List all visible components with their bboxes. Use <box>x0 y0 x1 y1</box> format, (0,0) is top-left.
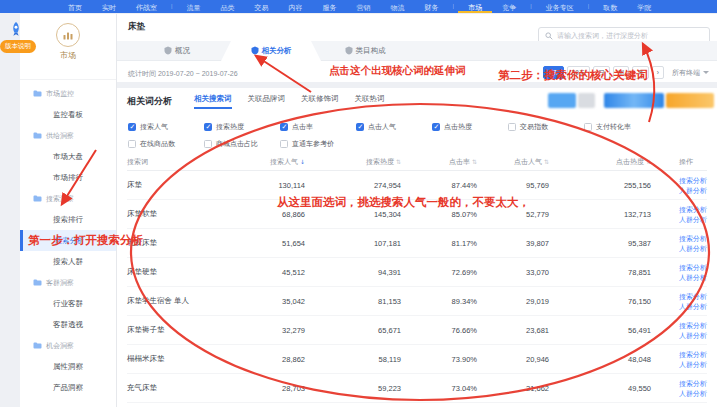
action-link-0[interactable]: 搜索分析 <box>679 205 707 214</box>
tab-相关分析[interactable]: 相关分析 <box>221 41 321 61</box>
nav-item-5[interactable]: 品类 <box>211 0 245 13</box>
sidebar-item-10[interactable]: 行业客群 <box>20 293 116 314</box>
sidebar-item-3[interactable]: 市场大盘 <box>20 146 116 167</box>
card-tab-3[interactable]: 关联热词 <box>355 94 385 109</box>
nav-item-10[interactable]: 物流 <box>381 0 415 13</box>
checkbox-checked-icon[interactable] <box>204 123 212 131</box>
date-button-0[interactable]: 7天 <box>543 66 563 79</box>
nav-item-8[interactable]: 服务 <box>313 0 347 13</box>
tab-类目构成[interactable]: 类目构成 <box>321 41 409 61</box>
nav-item-7[interactable]: 内容 <box>279 0 313 13</box>
tab-badge-icon <box>164 46 172 57</box>
metric-checkbox-6[interactable]: 支付转化率 <box>584 122 660 132</box>
sort-icon[interactable]: ⇅ <box>646 158 651 165</box>
date-button-4[interactable]: 月 <box>632 66 649 79</box>
action-link-0[interactable]: 搜索分析 <box>679 379 707 388</box>
checkbox-icon[interactable] <box>204 140 212 148</box>
column-header-0: 搜索词 <box>127 157 231 167</box>
column-header-2[interactable]: 搜索热度⇅ <box>309 157 405 167</box>
metric-checkbox-4[interactable]: 点击热度 <box>432 122 508 132</box>
metric-checkbox-5[interactable]: 交易指数 <box>508 122 584 132</box>
version-badge[interactable]: 版本说明 <box>0 40 36 53</box>
sidebar-item-11[interactable]: 客群透视 <box>20 314 116 335</box>
nav-item-19[interactable]: 学院 <box>627 0 661 13</box>
metric-checkbox-8[interactable]: 商城点击占比 <box>204 139 280 149</box>
sort-icon[interactable]: ⇅ <box>544 158 549 165</box>
action-link-0[interactable]: 搜索分析 <box>679 292 707 301</box>
nav-item-2[interactable]: 作战室 <box>126 0 167 13</box>
metric-checkbox-1[interactable]: 搜索热度 <box>204 122 280 132</box>
metric-label: 点击人气 <box>368 122 396 132</box>
value-cell: 49,550 <box>553 384 655 393</box>
column-header-1[interactable]: 搜索人气↓ <box>231 157 309 167</box>
nav-item-16[interactable]: 业务专区 <box>536 0 584 13</box>
terminal-filter-dropdown[interactable]: 所有终端 <box>672 68 709 78</box>
card-tab-0[interactable]: 相关搜索词 <box>194 94 232 109</box>
date-button-2[interactable]: 日 <box>593 66 610 79</box>
checkbox-icon[interactable] <box>584 123 592 131</box>
action-link-0[interactable]: 搜索分析 <box>679 234 707 243</box>
sidebar-item-4[interactable]: 市场排行 <box>20 167 116 188</box>
action-link-1[interactable]: 人群分析 <box>679 360 707 369</box>
sort-desc-icon[interactable]: ↓ <box>300 158 305 165</box>
sidebar-item-13[interactable]: 属性洞察 <box>20 356 116 377</box>
nav-item-0[interactable]: 首页 <box>58 0 92 13</box>
sort-icon[interactable]: ⇅ <box>396 158 401 165</box>
nav-item-11[interactable]: 财务 <box>415 0 449 13</box>
action-link-1[interactable]: 人群分析 <box>679 302 707 311</box>
date-button-1[interactable]: 30天 <box>567 66 591 79</box>
action-link-0[interactable]: 搜索分析 <box>679 176 707 185</box>
checkbox-checked-icon[interactable] <box>356 123 364 131</box>
blurred-blue-button[interactable] <box>548 93 576 108</box>
sidebar-item-14[interactable]: 产品洞察 <box>20 377 116 398</box>
metric-checkbox-3[interactable]: 点击人气 <box>356 122 432 132</box>
checkbox-icon[interactable] <box>128 140 136 148</box>
nav-item-6[interactable]: 交易 <box>245 0 279 13</box>
metric-checkbox-2[interactable]: 点击率 <box>280 122 356 132</box>
tab-概况[interactable]: 概况 <box>133 41 221 61</box>
action-link-1[interactable]: 人群分析 <box>679 331 707 340</box>
blurred-orange-button[interactable] <box>666 93 714 108</box>
value-cell: 21,662 <box>481 384 553 393</box>
column-header-5[interactable]: 点击热度⇅ <box>553 157 655 167</box>
sidebar-item-8[interactable]: 搜索人群 <box>20 251 116 272</box>
column-header-3[interactable]: 点击率⇅ <box>405 157 481 167</box>
menu-label: 搜索人群 <box>53 257 83 267</box>
date-button-3[interactable]: 周 <box>613 66 630 79</box>
metric-label: 在线商品数 <box>140 139 175 149</box>
metric-checkbox-0[interactable]: 搜索人气 <box>128 122 204 132</box>
checkbox-checked-icon[interactable] <box>280 123 288 131</box>
nav-item-13[interactable]: 市场 <box>458 0 492 13</box>
column-header-4[interactable]: 点击人气⇅ <box>481 157 553 167</box>
sort-icon[interactable]: ⇅ <box>472 158 477 165</box>
action-link-0[interactable]: 搜索分析 <box>679 263 707 272</box>
blurred-blue-wide-button[interactable] <box>604 93 664 108</box>
nav-item-18[interactable]: 取数 <box>593 0 627 13</box>
blurred-gray-button[interactable] <box>578 93 595 108</box>
next-page-button[interactable]: › <box>652 66 664 79</box>
card-tab-2[interactable]: 关联修饰词 <box>301 94 339 109</box>
metric-checkbox-7[interactable]: 在线商品数 <box>128 139 204 149</box>
action-link-1[interactable]: 人群分析 <box>679 244 707 253</box>
sidebar-item-1[interactable]: 监控看板 <box>20 104 116 125</box>
module-label: 市场 <box>20 50 116 61</box>
action-link-1[interactable]: 人群分析 <box>679 273 707 282</box>
value-cell: 73.90% <box>405 355 481 364</box>
nav-item-1[interactable]: 实时 <box>92 0 126 13</box>
checkbox-icon[interactable] <box>508 123 516 131</box>
checkbox-checked-icon[interactable] <box>432 123 440 131</box>
nav-item-14[interactable]: 竞争 <box>492 0 526 13</box>
checkbox-checked-icon[interactable] <box>128 123 136 131</box>
action-link-1[interactable]: 人群分析 <box>679 389 707 398</box>
action-link-0[interactable]: 搜索分析 <box>679 321 707 330</box>
sidebar-item-6[interactable]: 搜索排行 <box>20 209 116 230</box>
sidebar-item-7[interactable]: 搜索分析 <box>20 230 116 251</box>
action-link-1[interactable]: 人群分析 <box>679 186 707 195</box>
nav-item-4[interactable]: 流量 <box>177 0 211 13</box>
nav-item-9[interactable]: 营销 <box>347 0 381 13</box>
metric-checkbox-9[interactable]: 直通车参考价 <box>280 139 356 149</box>
action-link-1[interactable]: 人群分析 <box>679 215 707 224</box>
action-link-0[interactable]: 搜索分析 <box>679 350 707 359</box>
checkbox-icon[interactable] <box>280 140 288 148</box>
card-tab-1[interactable]: 关联品牌词 <box>248 94 286 109</box>
